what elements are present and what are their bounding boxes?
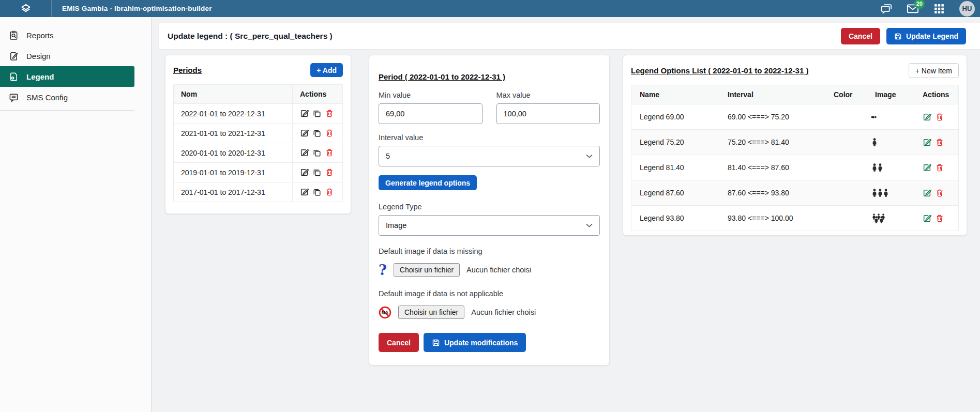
edit-period-icon[interactable] bbox=[300, 168, 309, 177]
copy-period-icon[interactable] bbox=[313, 129, 321, 138]
min-value-label: Min value bbox=[379, 91, 483, 99]
copy-period-icon[interactable] bbox=[313, 110, 321, 118]
interval-value-select[interactable]: 5 bbox=[379, 146, 600, 166]
sms-config-icon bbox=[9, 93, 19, 102]
edit-period-icon[interactable] bbox=[300, 129, 309, 138]
col-image: Image bbox=[867, 85, 914, 104]
na-image-file-button[interactable]: Choisir un fichier bbox=[398, 306, 464, 319]
delete-period-icon[interactable] bbox=[325, 168, 334, 177]
legend-option-name: Legend 75.20 bbox=[631, 138, 719, 146]
col-actions: Actions bbox=[914, 85, 958, 104]
periods-col-name: Nom bbox=[174, 85, 293, 103]
edit-legend-option-icon[interactable] bbox=[923, 138, 931, 147]
legend-option-row: Legend 87.60 87.60 <===> 93.80 bbox=[631, 180, 958, 205]
legend-option-image bbox=[872, 114, 876, 120]
period-name: 2021-01-01 to 2021-12-31 bbox=[174, 124, 293, 143]
legend-options-table: Name Interval Color Image Actions Legend… bbox=[631, 85, 959, 231]
sidebar-item-sms-config[interactable]: SMS Config bbox=[0, 87, 151, 108]
legend-option-row: Legend 81.40 81.40 <===> 87.60 bbox=[631, 155, 958, 180]
editor-title: Period ( 2022-01-01 to 2022-12-31 ) bbox=[379, 72, 505, 81]
copy-period-icon[interactable] bbox=[313, 149, 321, 157]
legend-option-row: Legend 93.80 93.80 <===> 100.00 bbox=[631, 205, 958, 231]
period-row: 2017-01-01 to 2017-12-31 bbox=[174, 182, 342, 202]
delete-period-icon[interactable] bbox=[325, 129, 334, 138]
sidebar-item-design[interactable]: Design bbox=[0, 45, 151, 66]
missing-image-file-status: Aucun fichier choisi bbox=[466, 266, 531, 274]
legend-option-image bbox=[872, 213, 885, 223]
max-value-label: Max value bbox=[496, 91, 600, 99]
copy-period-icon[interactable] bbox=[313, 188, 321, 196]
legend-option-interval: 69.00 <===> 75.20 bbox=[719, 113, 825, 121]
sidebar-item-reports[interactable]: Reports bbox=[0, 25, 151, 45]
periods-col-actions: Actions bbox=[293, 85, 342, 103]
layers-logo-icon bbox=[19, 2, 33, 16]
legend-option-interval: 93.80 <===> 100.00 bbox=[719, 214, 825, 222]
generate-legend-options-button[interactable]: Generate legend options bbox=[379, 175, 477, 190]
mail-badge: 20 bbox=[914, 0, 925, 9]
update-legend-button[interactable]: Update Legend bbox=[886, 28, 966, 44]
period-row: 2019-01-01 to 2019-12-31 bbox=[174, 162, 342, 182]
delete-legend-option-icon[interactable] bbox=[936, 214, 944, 223]
missing-image-file-button[interactable]: Choisir un fichier bbox=[394, 263, 460, 277]
add-period-button[interactable]: + Add bbox=[310, 63, 343, 77]
sidebar-item-legend[interactable]: Legend bbox=[0, 66, 134, 87]
na-image-file-status: Aucun fichier choisi bbox=[471, 308, 536, 316]
periods-table-body: 2022-01-01 to 2022-12-31 bbox=[174, 103, 342, 202]
legend-type-label: Legend Type bbox=[379, 203, 600, 211]
legend-icon bbox=[9, 72, 19, 82]
delete-period-icon[interactable] bbox=[325, 188, 334, 196]
period-name: 2017-01-01 to 2017-12-31 bbox=[174, 183, 293, 202]
messages-icon[interactable] bbox=[880, 3, 893, 15]
new-item-button[interactable]: + New Item bbox=[909, 63, 959, 78]
edit-period-icon[interactable] bbox=[300, 188, 309, 196]
period-name: 2022-01-01 to 2022-12-31 bbox=[174, 104, 293, 123]
sidebar-item-label: Design bbox=[26, 52, 51, 60]
legend-options-table-body: Legend 69.00 69.00 <===> 75.20 Lege bbox=[631, 104, 958, 231]
legend-option-name: Legend 93.80 bbox=[631, 214, 719, 222]
editor-cancel-button[interactable]: Cancel bbox=[379, 333, 419, 352]
topbar: EMIS Gambia - ibrahim-optimisation-build… bbox=[0, 0, 980, 17]
delete-period-icon[interactable] bbox=[325, 148, 334, 157]
legend-option-interval: 81.40 <===> 87.60 bbox=[719, 163, 825, 172]
delete-period-icon[interactable] bbox=[325, 109, 334, 118]
legend-option-image bbox=[872, 138, 877, 146]
save-icon bbox=[432, 339, 440, 347]
legend-option-row: Legend 75.20 75.20 <===> 81.40 bbox=[631, 129, 958, 155]
main-content: Update legend : ( Src_perc_qual_teachers… bbox=[152, 17, 980, 412]
max-value-input[interactable] bbox=[496, 103, 600, 124]
page-title: Update legend : ( Src_perc_qual_teachers… bbox=[168, 32, 333, 41]
app-logo[interactable] bbox=[0, 0, 52, 17]
delete-legend-option-icon[interactable] bbox=[936, 163, 944, 172]
legend-type-select[interactable]: Image bbox=[379, 215, 600, 236]
svg-text:NA: NA bbox=[382, 310, 389, 315]
edit-period-icon[interactable] bbox=[300, 148, 309, 157]
delete-legend-option-icon[interactable] bbox=[936, 113, 944, 121]
delete-legend-option-icon[interactable] bbox=[936, 138, 944, 147]
period-editor-card: Period ( 2022-01-01 to 2022-12-31 ) Min … bbox=[369, 55, 610, 365]
app-title: EMIS Gambia - ibrahim-optimisation-build… bbox=[62, 5, 212, 12]
cancel-button[interactable]: Cancel bbox=[841, 28, 880, 44]
apps-grid-icon[interactable] bbox=[933, 3, 945, 15]
edit-period-icon[interactable] bbox=[300, 109, 309, 118]
save-icon bbox=[894, 33, 902, 40]
edit-legend-option-icon[interactable] bbox=[923, 113, 931, 121]
copy-period-icon[interactable] bbox=[313, 169, 321, 177]
update-modifications-button[interactable]: Update modifications bbox=[424, 333, 526, 352]
periods-card: Periods + Add Nom Actions 2022-01-01 to … bbox=[165, 55, 351, 214]
period-row: 2020-01-01 to 2020-12-31 bbox=[174, 143, 342, 162]
page-header: Update legend : ( Src_perc_qual_teachers… bbox=[159, 23, 980, 49]
edit-legend-option-icon[interactable] bbox=[923, 163, 931, 172]
user-avatar[interactable]: HU bbox=[959, 1, 975, 17]
edit-legend-option-icon[interactable] bbox=[923, 189, 931, 197]
min-value-input[interactable] bbox=[379, 103, 483, 124]
sidebar-item-label: Legend bbox=[26, 72, 54, 81]
chevron-down-icon bbox=[586, 154, 593, 158]
periods-title: Periods bbox=[173, 66, 202, 74]
mail-icon[interactable]: 20 bbox=[907, 3, 919, 15]
delete-legend-option-icon[interactable] bbox=[936, 189, 944, 197]
period-row: 2022-01-01 to 2022-12-31 bbox=[174, 103, 342, 123]
legend-option-interval: 87.60 <===> 93.80 bbox=[719, 189, 825, 197]
edit-legend-option-icon[interactable] bbox=[923, 214, 931, 223]
sidebar-item-label: Reports bbox=[26, 31, 54, 40]
chevron-down-icon bbox=[586, 223, 593, 227]
